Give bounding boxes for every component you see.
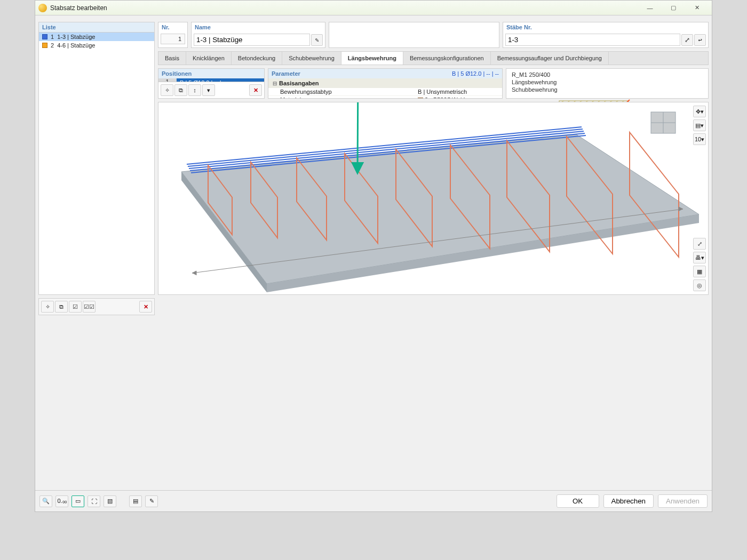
liste-item[interactable]: 2 4-6 | Stabzüge — [39, 41, 154, 50]
param-group-header[interactable]: Basisangaben — [268, 78, 502, 88]
swatch-icon — [42, 34, 47, 39]
param-label: Material — [268, 97, 369, 98]
positions-panel: Positionen 1 B | 5 Ø12.0 | -- | -- 2 B |… — [158, 68, 265, 99]
liste-item[interactable]: 1 1-3 | Stabzüge — [39, 33, 154, 41]
minimize-button[interactable]: — — [638, 1, 662, 15]
edit-name-button[interactable]: ✎ — [311, 34, 323, 46]
copy-icon: ⧉ — [179, 87, 183, 94]
view-layers-button[interactable]: ▤▾ — [693, 119, 706, 131]
section-label-2: Längsbewehrung — [512, 78, 703, 86]
titlebar: Stabsatz bearbeiten — ▢ ✕ — [35, 1, 712, 15]
extra2-button[interactable]: ✎ — [145, 495, 158, 507]
param-row[interactable]: BewehrungsstabtypB | Unsymmetrisch — [268, 88, 502, 96]
positions-header: Positionen — [158, 69, 264, 78]
param-value[interactable]: B | Unsymmetrisch — [418, 89, 482, 95]
viewmode2-button[interactable]: ⛶ — [88, 495, 100, 507]
view-annot-button[interactable]: 10▾ — [693, 133, 706, 145]
units-button[interactable]: 0.₀₀ — [55, 495, 68, 507]
tab-schubbewehrung[interactable]: Schubbewehrung — [282, 52, 341, 65]
more-button[interactable]: ▾ — [202, 84, 215, 96]
params-header-right: B | 5 Ø12.0 | -- | -- — [452, 70, 499, 77]
pick-button[interactable]: ⤢ — [681, 34, 693, 46]
close-button[interactable]: ✕ — [685, 1, 709, 15]
view-pan-button[interactable]: ⤢ — [693, 238, 706, 250]
ok-button[interactable]: OK — [557, 494, 599, 508]
param-row[interactable]: Material2 - B500S(A) | I... — [268, 96, 502, 98]
apply-button[interactable]: Anwenden — [658, 494, 708, 508]
copy-button[interactable]: ⧉ — [174, 84, 187, 96]
nr-header: Nr. — [158, 22, 187, 32]
section-label-1: R_M1 250/400 — [512, 71, 703, 78]
cancel-button[interactable]: Abbrechen — [603, 494, 654, 508]
liste-header: Liste — [39, 22, 154, 33]
maximize-button[interactable]: ▢ — [662, 1, 685, 15]
view-print-button[interactable]: 🖶▾ — [693, 252, 706, 263]
refresh-button[interactable]: ↩ — [694, 34, 706, 46]
sort-button[interactable]: ↕ — [188, 84, 201, 96]
liste-items: 1 1-3 | Stabzüge 2 4-6 | Stabzüge — [39, 33, 154, 294]
view-target-button[interactable]: ◎ — [693, 279, 706, 291]
nr-value: 1 — [161, 34, 185, 44]
tab-bemessungskonfig[interactable]: Bemessungskonfigurationen — [403, 52, 491, 65]
help-button[interactable]: 🔍 — [39, 495, 52, 507]
viewmode3-button[interactable]: ▧ — [104, 495, 116, 507]
param-label: Bewehrungsstabtyp — [268, 89, 369, 95]
params-body[interactable]: BasisangabenBewehrungsstabtypB | Unsymme… — [268, 78, 502, 98]
delete-button[interactable]: ✕ — [249, 84, 262, 96]
sort-icon: ↕ — [193, 87, 196, 93]
param-value[interactable]: 2 - B500S(A) | I... — [418, 97, 482, 98]
section-view: R_M1 250/400 Längsbewehrung Schubbewehru… — [506, 68, 709, 99]
new-icon: ✧ — [165, 87, 170, 94]
view3d-panel[interactable]: ✥▾ ▤▾ 10▾ ⤢ 🖶▾ ▦ ◎ — [158, 102, 709, 295]
app-icon — [38, 4, 47, 12]
params-panel: Parameter B | 5 Ø12.0 | -- | -- Basisang… — [268, 68, 503, 99]
tab-laengsbewehrung[interactable]: Längsbewehrung — [341, 52, 403, 65]
tab-basis[interactable]: Basis — [158, 52, 186, 65]
name-header: Name — [192, 22, 325, 32]
swatch-icon — [42, 43, 47, 48]
liste-bottom-toolbar: ✧ ⧉ ☑ ☑☑ ✕ — [38, 298, 155, 315]
new-button[interactable]: ✧ — [161, 84, 173, 96]
extra1-button[interactable]: ▤ — [129, 495, 142, 507]
window: Stabsatz bearbeiten — ▢ ✕ Liste 1 1- — [35, 0, 712, 512]
liste-delete-button[interactable]: ✕ — [139, 301, 152, 313]
liste-check-button[interactable]: ☑ — [69, 301, 82, 313]
picker-icon: ⤢ — [685, 36, 690, 44]
staebe-input[interactable] — [505, 34, 680, 46]
params-header: Parameter — [272, 70, 452, 77]
search-icon: 🔍 — [42, 498, 50, 505]
tab-betondeckung[interactable]: Betondeckung — [232, 52, 282, 65]
view-chart-button[interactable]: ▦ — [693, 266, 706, 277]
liste-new-button[interactable]: ✧ — [41, 301, 54, 313]
pencil-icon: ✎ — [315, 36, 319, 44]
liste-copy-button[interactable]: ⧉ — [55, 301, 68, 313]
chevron-down-icon: ▾ — [207, 87, 210, 94]
refresh-icon: ↩ — [698, 36, 702, 44]
tabs: Basis Knicklängen Betondeckung Schubbewe… — [158, 51, 709, 65]
tab-bemessungsauflager[interactable]: Bemessungsauflager und Durchbiegung — [491, 52, 609, 65]
tab-knicklaengen[interactable]: Knicklängen — [186, 52, 232, 65]
name-input[interactable] — [194, 34, 310, 46]
viewmode1-button[interactable]: ▭ — [71, 495, 84, 507]
liste-checkall-button[interactable]: ☑☑ — [83, 301, 96, 313]
close-icon: ✕ — [144, 303, 148, 310]
staebe-header: Stäbe Nr. — [503, 22, 708, 32]
dialog-button-row: 🔍 0.₀₀ ▭ ⛶ ▧ ▤ ✎ OK Abbrechen Anwenden — [35, 490, 712, 511]
close-icon: ✕ — [253, 87, 258, 94]
axis-toggle-button[interactable]: ✥▾ — [693, 106, 706, 117]
section-label-3: Schubbewehrung — [512, 86, 703, 93]
window-title: Stabsatz bearbeiten — [50, 4, 638, 12]
